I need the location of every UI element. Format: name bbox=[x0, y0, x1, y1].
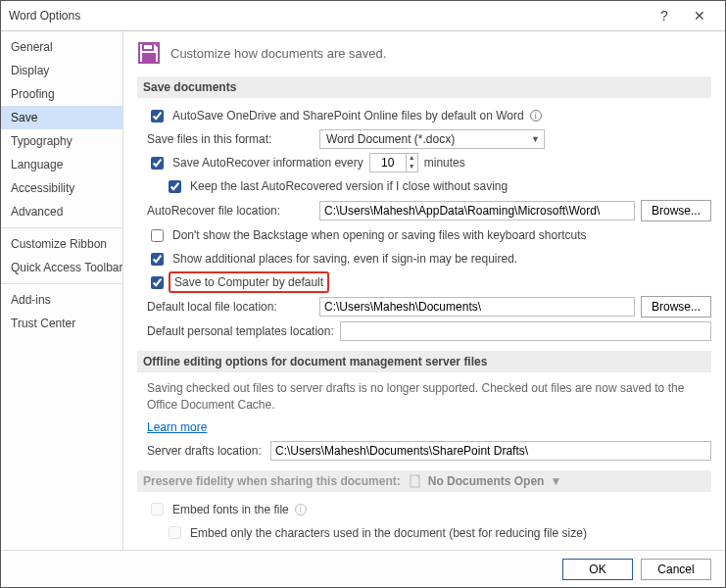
document-icon bbox=[409, 474, 422, 488]
row-autosave-onedrive: AutoSave OneDrive and SharePoint Online … bbox=[147, 106, 711, 125]
checkbox-autorecover[interactable] bbox=[151, 157, 164, 170]
sidebar-separator bbox=[1, 227, 122, 228]
checkbox-keep-last[interactable] bbox=[169, 180, 181, 193]
label-autorecover-post: minutes bbox=[424, 156, 465, 170]
checkbox-show-additional[interactable] bbox=[151, 253, 164, 266]
row-embed-used: Embed only the characters used in the do… bbox=[165, 523, 711, 543]
row-offline-note: Saving checked out files to server draft… bbox=[147, 380, 711, 414]
sidebar-item-add-ins[interactable]: Add-ins bbox=[1, 288, 122, 312]
browse-autorecover-button[interactable]: Browse... bbox=[641, 200, 711, 221]
row-dont-show-backstage: Don't show the Backstage when opening or… bbox=[147, 225, 711, 245]
row-server-drafts: Server drafts location: bbox=[147, 441, 711, 461]
sidebar-item-trust-center[interactable]: Trust Center bbox=[1, 312, 122, 335]
label-autosave-onedrive: AutoSave OneDrive and SharePoint Online … bbox=[172, 109, 524, 122]
sidebar-item-quick-access-toolbar[interactable]: Quick Access Toolbar bbox=[1, 256, 122, 279]
row-save-format: Save files in this format: Word Document… bbox=[147, 129, 711, 149]
section-offline-editing: Offline editing options for document man… bbox=[137, 351, 711, 372]
checkbox-dont-show-backstage[interactable] bbox=[151, 229, 164, 242]
row-autorecover-location: AutoRecover file location: Browse... bbox=[147, 200, 711, 221]
dialog-body: General Display Proofing Save Typography… bbox=[1, 30, 725, 550]
checkbox-save-to-computer[interactable] bbox=[151, 276, 164, 289]
window-title: Word Options bbox=[9, 9, 647, 23]
row-common-fonts: Do not embed common system fonts bbox=[165, 547, 711, 550]
sidebar-item-advanced[interactable]: Advanced bbox=[1, 200, 122, 223]
row-default-file-location: Default local file location: Browse... bbox=[147, 296, 711, 318]
label-autorecover-location: AutoRecover file location: bbox=[147, 204, 314, 218]
section-save-documents: Save documents bbox=[137, 76, 711, 98]
label-server-drafts: Server drafts location: bbox=[147, 444, 265, 458]
combo-fidelity-document[interactable]: No Documents Open ▼ bbox=[409, 474, 562, 488]
label-dont-show-backstage: Don't show the Backstage when opening or… bbox=[172, 228, 587, 242]
page-summary: Customize how documents are saved. bbox=[170, 46, 386, 61]
label-show-additional: Show additional places for saving, even … bbox=[172, 252, 517, 266]
svg-rect-2 bbox=[142, 53, 156, 62]
input-personal-templates[interactable] bbox=[340, 321, 711, 341]
row-save-to-computer: Save to Computer by default bbox=[147, 272, 711, 292]
sidebar-item-language[interactable]: Language bbox=[1, 153, 122, 176]
sidebar-item-proofing[interactable]: Proofing bbox=[1, 82, 122, 106]
row-personal-templates: Default personal templates location: bbox=[147, 321, 711, 341]
info-icon[interactable]: i bbox=[530, 110, 542, 122]
input-default-file-location[interactable] bbox=[319, 297, 635, 317]
main-panel[interactable]: Customize how documents are saved. Save … bbox=[123, 31, 725, 550]
section-preserve-fidelity: Preserve fidelity when sharing this docu… bbox=[137, 470, 711, 492]
input-server-drafts[interactable] bbox=[270, 441, 711, 461]
sidebar-item-accessibility[interactable]: Accessibility bbox=[1, 176, 122, 200]
checkbox-embed-fonts bbox=[151, 503, 164, 515]
checkbox-autosave-onedrive[interactable] bbox=[151, 110, 164, 122]
label-save-to-computer: Save to Computer by default bbox=[174, 275, 323, 289]
page-header: Customize how documents are saved. bbox=[137, 41, 711, 65]
info-icon: i bbox=[295, 504, 307, 515]
chevron-down-icon: ▼ bbox=[550, 474, 561, 488]
label-default-file-location: Default local file location: bbox=[147, 300, 314, 314]
row-learn-more: Learn more bbox=[147, 417, 711, 437]
row-autorecover: Save AutoRecover information every ▲▼ mi… bbox=[147, 153, 711, 172]
combo-save-format[interactable]: Word Document (*.docx) ▼ bbox=[319, 129, 545, 149]
label-keep-last: Keep the last AutoRecovered version if I… bbox=[190, 179, 508, 193]
svg-rect-1 bbox=[143, 44, 153, 50]
sidebar-item-customize-ribbon[interactable]: Customize Ribbon bbox=[1, 232, 122, 256]
learn-more-link[interactable]: Learn more bbox=[147, 420, 207, 434]
title-bar: Word Options ? ✕ bbox=[1, 1, 725, 30]
input-autorecover-location[interactable] bbox=[319, 201, 635, 220]
label-personal-templates: Default personal templates location: bbox=[147, 324, 334, 338]
ok-button[interactable]: OK bbox=[562, 559, 633, 580]
window: Word Options ? ✕ General Display Proofin… bbox=[0, 0, 726, 588]
spinner-down[interactable]: ▼ bbox=[407, 163, 417, 172]
row-embed-fonts: Embed fonts in the file i bbox=[147, 500, 711, 519]
sidebar-separator bbox=[1, 283, 122, 284]
cancel-button[interactable]: Cancel bbox=[641, 559, 711, 580]
dialog-footer: OK Cancel bbox=[1, 550, 725, 587]
checkbox-embed-used bbox=[169, 526, 181, 539]
row-keep-last: Keep the last AutoRecovered version if I… bbox=[165, 176, 711, 196]
spinner-up[interactable]: ▲ bbox=[407, 154, 417, 163]
spinner-autorecover-minutes[interactable]: ▲▼ bbox=[369, 153, 418, 172]
sidebar-item-general[interactable]: General bbox=[1, 35, 122, 59]
label-autorecover-pre: Save AutoRecover information every bbox=[172, 156, 363, 170]
save-icon bbox=[137, 41, 161, 65]
browse-default-location-button[interactable]: Browse... bbox=[641, 296, 711, 318]
sidebar-item-typography[interactable]: Typography bbox=[1, 129, 122, 153]
row-show-additional: Show additional places for saving, even … bbox=[147, 249, 711, 269]
label-embed-used: Embed only the characters used in the do… bbox=[190, 526, 587, 540]
input-autorecover-minutes[interactable] bbox=[370, 154, 406, 172]
help-button[interactable]: ? bbox=[647, 4, 682, 27]
sidebar-item-save[interactable]: Save bbox=[1, 106, 122, 129]
label-embed-fonts: Embed fonts in the file bbox=[172, 503, 289, 516]
offline-note: Saving checked out files to server draft… bbox=[147, 380, 711, 414]
sidebar: General Display Proofing Save Typography… bbox=[1, 31, 123, 550]
label-save-format: Save files in this format: bbox=[147, 132, 314, 146]
chevron-down-icon: ▼ bbox=[531, 134, 540, 144]
sidebar-item-display[interactable]: Display bbox=[1, 59, 122, 82]
close-button[interactable]: ✕ bbox=[682, 4, 717, 27]
